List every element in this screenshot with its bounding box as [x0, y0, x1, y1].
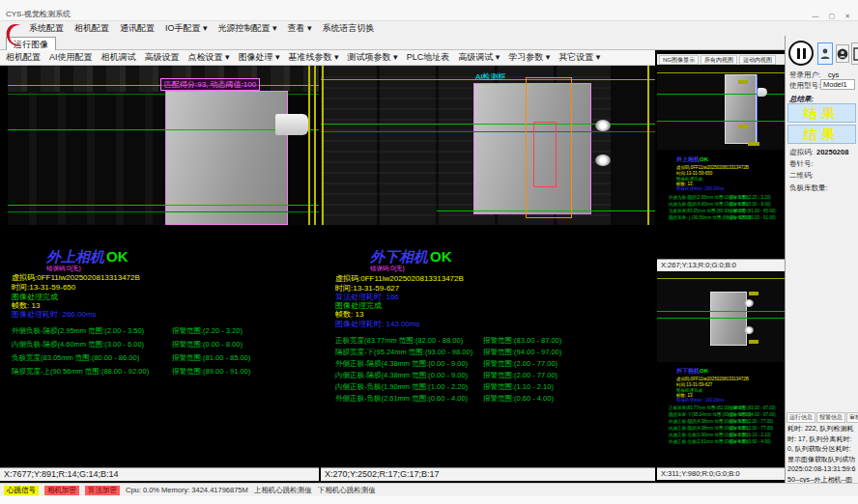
baseline-yellow [657, 278, 785, 279]
model-select[interactable]: Model1 [820, 79, 855, 90]
thumb-tab-motion[interactable]: 运动内视图 [739, 55, 776, 65]
tool-advanced-debug[interactable]: 高级调试 ▾ [458, 51, 500, 64]
person-icon [820, 48, 830, 60]
thumb1-measurement-row: 负极宽度(83.05mm 范围:(80.00 - 86.00)报警范围:(81.… [669, 209, 745, 214]
tool-spot-check[interactable]: 点检设置 ▾ [188, 51, 230, 64]
thumb1-camera-image[interactable] [657, 65, 785, 150]
tool-learning-params[interactable]: 学习参数 ▾ [508, 51, 550, 64]
tool-other-settings[interactable]: 其它设置 ▾ [558, 51, 600, 64]
tool-camera-debug[interactable]: 相机调试 [101, 51, 136, 64]
edge-line-yellow [308, 66, 310, 225]
thumb2-elapsed: 图像处理耗时: 143.00ms [676, 398, 724, 403]
result-ok: OK [430, 248, 452, 265]
control-panel: 登录用户: cys 使用型号: Model1 总结果: 结果 结果 虚拟码: 2… [785, 36, 858, 483]
measure-line-green [321, 131, 655, 132]
pause-button[interactable] [788, 41, 814, 66]
thumb1-barcode: 虚拟码:0FF11iw2025020813313472B [676, 165, 749, 170]
camera-badge: 相机加密 [44, 486, 79, 495]
tool-baseline-params[interactable]: 基准线参数 ▾ [289, 51, 339, 64]
menu-comm-config[interactable]: 通讯配置 [120, 22, 155, 35]
cpu-memory-text: Cpu: 0.0% Memory: 3424.41796875M [126, 486, 248, 494]
thumb1-pixel-coords: X:267;Y:13;R:0;G:0;B:0 [657, 259, 785, 271]
thumb-tab-ng[interactable]: NG图像显示 [659, 55, 699, 65]
tool-plc-address[interactable]: PLC地址表 [407, 51, 450, 64]
algo-badge: 算法加密 [85, 486, 120, 495]
status-bar: 心跳信号 相机加密 算法加密 Cpu: 0.0% Memory: 3424.41… [0, 483, 858, 496]
tool-advanced-settings[interactable]: 高级设置 [145, 51, 180, 64]
maximize-button[interactable]: ▢ [829, 13, 840, 19]
measure-line-green [8, 129, 319, 130]
thumb2-title: 外下相机OK [676, 367, 708, 376]
highlight-spot [744, 299, 754, 307]
log-tab-audit[interactable]: 审核信息 [846, 412, 858, 423]
measurement-row: 外侧正极-负极(2.61mm 范围:(0.60 - 4.00) 报警范围:(0.… [335, 394, 652, 404]
barcode-label: 虚拟码: [789, 148, 814, 157]
measurement-row: 隔膜宽度-上(90.56mm 范围:(88.00 - 92.00) 报警范围:(… [12, 367, 316, 377]
app-logo-icon [4, 22, 23, 48]
qrcode-label: 二维码: [789, 171, 814, 181]
thumb1-measurement-row: 内侧负极-隔膜(4.60mm 范围:(3.00 - 6.00)报警范围:(0.0… [669, 202, 748, 208]
thumb-tab-all[interactable]: 所有内视图 [701, 55, 737, 65]
measure-line-green [657, 318, 785, 319]
measurement-row: 外侧正极-隔膜(4.38mm 范围:(0.00 - 9.00) 报警范围:(2.… [335, 359, 652, 369]
upper-camera-heartbeat: 上相机心跳检测值 [254, 486, 312, 495]
edge-line-yellow [322, 66, 324, 225]
needle-number-label: 卷针号: [789, 159, 814, 169]
bottom-strip [0, 496, 858, 504]
menu-bar: 系统配置 相机配置 通讯配置 IO手配置 ▾ 光源控制配置 ▾ 查看 ▾ 系统语… [0, 21, 858, 36]
login-user-label: 登录用户: [789, 70, 820, 80]
thumb2-measurement-row: 外侧正极-隔膜(4.38mm 范围:(0.00 - 9.00)报警范围:(2.0… [669, 419, 748, 425]
heartbeat-badge: 心跳信号 [4, 486, 39, 495]
measure-line-green [657, 311, 785, 312]
edge-line-yellow [647, 66, 649, 225]
menu-io-config[interactable]: IO手配置 ▾ [165, 22, 208, 35]
gripper-clip [275, 114, 308, 135]
menu-system-config[interactable]: 系统配置 [29, 22, 64, 35]
center-camera-image[interactable]: AI检测框 [321, 66, 655, 225]
menu-light-config[interactable]: 光源控制配置 ▾ [218, 22, 277, 35]
logout-door-icon [853, 47, 858, 61]
overlay-mark [749, 292, 758, 295]
tool-camera-config[interactable]: 相机配置 [6, 51, 41, 64]
close-button[interactable]: ✕ [844, 13, 854, 19]
thumb2-camera-image[interactable] [657, 272, 785, 362]
thumb-tab-bar: NG图像显示 所有内视图 运动内视图 [657, 54, 785, 65]
center-elapsed: 图像处理耗时: 143.00ms [335, 319, 420, 329]
login-user-value: cys [828, 70, 839, 79]
measurement-row: 内侧负极-隔膜(4.60mm 范围:(3.00 - 6.00) 报警范围:(0.… [12, 340, 316, 350]
tool-image-processing[interactable]: 图像处理 ▾ [239, 51, 280, 64]
left-pixel-coords: X:7677;Y:891;R:14;G:14;B:14 [0, 467, 319, 481]
account-button[interactable] [836, 44, 849, 63]
minimize-button[interactable]: — [813, 13, 823, 19]
thumb1-measurement-row: 外侧负极-隔膜(2.95mm 范围:(2.00 - 3.50)报警范围:(2.2… [669, 195, 748, 201]
thumb1-elapsed: 图像处理耗时: 266.00ms [676, 186, 724, 191]
menu-view[interactable]: 查看 ▾ [288, 22, 312, 35]
thumb2-time: 时间:13-31-59-627 [676, 382, 712, 387]
overlay-mark [738, 80, 748, 84]
thumb2-measurement-row: 内侧正极-隔膜(4.38mm 范围:(0.00 - 9.00)报警范围:(2.0… [669, 426, 748, 432]
menu-camera-config[interactable]: 相机配置 [74, 22, 109, 35]
measurement-row: 正极宽度(83.77mm 范围:(82.00 - 88.00) 报警范围:(83… [335, 336, 652, 346]
log-tab-bar: 运行信息 报警信息 审核信息 [786, 412, 858, 423]
thumb1-measurement-row: 隔膜宽度-上(90.56mm 范围:(88.00 - 92.00)报警范围:(8… [669, 215, 751, 221]
user-login-button[interactable] [817, 42, 833, 65]
result-box-upper: 结果 [787, 103, 856, 123]
measurement-row: 负极宽度(83.05mm 范围:(80.00 - 86.00) 报警范围:(81… [12, 353, 316, 363]
log-tab-alarm[interactable]: 报警信息 [816, 412, 845, 423]
match-score-overlay: 匹配得分:93, 动态阈值:100 [160, 78, 260, 91]
ai-overlay-label: AI检测框 [475, 71, 506, 82]
left-camera-image[interactable]: 匹配得分:93, 动态阈值:100 [8, 66, 319, 225]
measurement-row: 隔膜宽度-下(95.24mm 范围:(93.00 - 98.00) 报警范围:(… [335, 348, 652, 357]
tool-test-params[interactable]: 测试项参数 ▾ [348, 51, 398, 64]
barcode-value: 20250208 [816, 148, 848, 156]
tool-ai-config[interactable]: AI使用配置 [49, 51, 93, 64]
baseline-yellow [657, 72, 785, 73]
thumb2-measurement-row: 外侧正极-负极(2.61mm 范围:(0.60 - 4.00)报警范围:(0.6… [669, 439, 748, 445]
edge-line-yellow [314, 66, 316, 225]
cell-part-region [710, 292, 747, 346]
thumb1-time: 时间:13-31-59-650 [676, 171, 712, 176]
exit-button[interactable] [851, 42, 858, 65]
menu-language[interactable]: 系统语言切换 [323, 22, 375, 35]
log-tab-run[interactable]: 运行信息 [786, 412, 815, 423]
overlay-mark [749, 340, 758, 344]
